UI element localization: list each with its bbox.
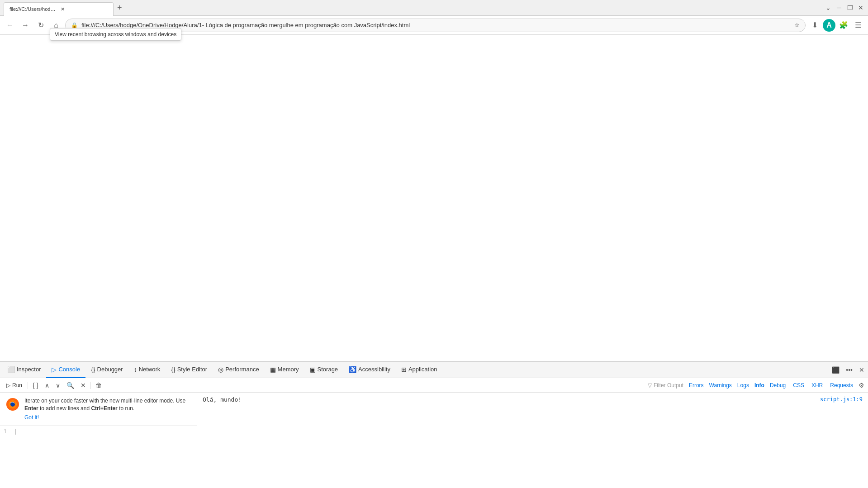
tab-debugger-label: Debugger	[97, 366, 123, 373]
back-button[interactable]: ←	[4, 19, 16, 32]
tab-memory[interactable]: ▦ Memory	[265, 362, 304, 378]
console-editor[interactable]: 1 |	[0, 426, 197, 488]
line-number: 1	[4, 428, 11, 485]
close-devtools-button[interactable]: ✕	[857, 365, 866, 375]
tab-performance-label: Performance	[225, 366, 259, 373]
css-filter[interactable]: CSS	[791, 382, 806, 389]
tab-application[interactable]: ⊞ Application	[396, 362, 443, 378]
run-icon: ▷	[6, 382, 10, 389]
format-button[interactable]: { }	[31, 381, 40, 390]
inspector-icon: ⬜	[7, 366, 15, 373]
application-icon: ⊞	[401, 366, 407, 373]
console-output-area: Olá, mundo! script.js:1:9	[197, 393, 868, 488]
run-button[interactable]: ▷ Run	[4, 381, 25, 389]
accessibility-icon: ♿	[349, 366, 356, 373]
performance-icon: ◎	[218, 366, 223, 373]
debug-filter[interactable]: Debug	[768, 382, 787, 389]
errors-filter[interactable]: Errors	[687, 382, 706, 389]
memory-icon: ▦	[270, 366, 276, 373]
forward-button[interactable]: →	[19, 19, 32, 32]
console-tip-content: Iterate on your code faster with the new…	[24, 397, 191, 421]
window-controls: ⌄ ─ ❐ ✕	[825, 4, 864, 11]
menu-icon[interactable]: ☰	[852, 19, 864, 32]
history-down-button[interactable]: ∨	[54, 381, 62, 390]
extensions-icon[interactable]: 🧩	[837, 19, 850, 32]
run-label: Run	[12, 382, 22, 389]
address-text: file:///C:/Users/hodge/OneDrive/Hodge/Al…	[81, 22, 791, 28]
network-icon: ↕	[134, 366, 137, 373]
responsive-design-button[interactable]: ⬛	[830, 365, 841, 375]
clear-button[interactable]: ✕	[79, 381, 88, 390]
tab-console[interactable]: ▷ Console	[46, 362, 85, 378]
browser-tab[interactable]: file:///C:/Users/hodge/OneDrive/Hodge/Al…	[4, 2, 114, 16]
tab-application-label: Application	[408, 366, 437, 373]
tab-inspector[interactable]: ⬜ Inspector	[2, 362, 46, 378]
tab-storage[interactable]: ▣ Storage	[304, 362, 344, 378]
titlebar: file:///C:/Users/hodge/OneDrive/Hodge/Al…	[0, 0, 868, 16]
pocket-icon[interactable]: ⬇	[808, 19, 821, 32]
trash-button[interactable]: 🗑	[94, 381, 104, 390]
restore-button[interactable]: ❐	[846, 4, 854, 11]
history-up-button[interactable]: ∧	[43, 381, 51, 390]
tab-console-label: Console	[58, 366, 80, 373]
console-output-line: Olá, mundo!	[203, 396, 863, 403]
tab-debugger[interactable]: {} Debugger	[85, 362, 128, 378]
navbar: ← → ↻ ⌂ View recent browsing across wind…	[0, 16, 868, 35]
filter-section: ▽ Filter Output Errors Warnings Logs Inf…	[648, 382, 864, 389]
chevron-down-icon[interactable]: ⌄	[825, 4, 832, 11]
browser-content	[0, 35, 868, 361]
got-it-button[interactable]: Got it!	[24, 414, 39, 421]
console-content: Iterate on your code faster with the new…	[0, 393, 868, 488]
tab-close-icon[interactable]: ✕	[61, 6, 108, 12]
search-button[interactable]: 🔍	[65, 381, 76, 390]
tooltip: View recent browsing across windows and …	[50, 28, 181, 41]
tab-storage-label: Storage	[318, 366, 338, 373]
close-button[interactable]: ✕	[857, 4, 864, 11]
enter-key-label: Enter	[24, 405, 38, 412]
info-filter[interactable]: Info	[753, 382, 766, 389]
refresh-button[interactable]: ↻	[34, 19, 47, 32]
filter-icon: ▽	[648, 382, 652, 389]
tab-style-editor-label: Style Editor	[177, 366, 207, 373]
account-icon[interactable]: A	[823, 19, 835, 32]
console-input-area: Iterate on your code faster with the new…	[0, 393, 197, 488]
settings-button[interactable]: ⚙	[859, 382, 864, 389]
separator2	[90, 382, 91, 389]
filter-input[interactable]: ▽ Filter Output	[648, 382, 683, 389]
ctrl-enter-label: Ctrl+Enter	[91, 405, 117, 412]
xhr-filter[interactable]: XHR	[810, 382, 825, 389]
logs-filter[interactable]: Logs	[735, 382, 751, 389]
filter-placeholder: Filter Output	[654, 382, 683, 389]
minimize-button[interactable]: ─	[835, 4, 843, 11]
devtools-tab-bar: ⬜ Inspector ▷ Console {} Debugger ↕ Netw…	[0, 362, 868, 378]
tab-title: file:///C:/Users/hodge/OneDrive/Hodge/Al…	[9, 6, 57, 12]
source-link[interactable]: script.js:1:9	[820, 396, 863, 403]
tab-accessibility-label: Accessibility	[358, 366, 390, 373]
lock-icon: 🔒	[71, 22, 78, 28]
tab-performance[interactable]: ◎ Performance	[213, 362, 264, 378]
console-tip-text: Iterate on your code faster with the new…	[24, 397, 191, 412]
separator	[28, 382, 28, 389]
devtools-actions: ⬛ ••• ✕	[830, 365, 866, 375]
home-button[interactable]: ⌂ View recent browsing across windows an…	[50, 19, 62, 32]
log-levels: Errors Warnings Logs Info Debug	[687, 382, 787, 389]
console-tip: Iterate on your code faster with the new…	[0, 393, 197, 426]
tab-accessibility[interactable]: ♿ Accessibility	[343, 362, 396, 378]
tab-network-label: Network	[139, 366, 161, 373]
bookmark-icon[interactable]: ☆	[794, 22, 800, 28]
style-editor-icon: {}	[171, 366, 175, 373]
tab-style-editor[interactable]: {} Style Editor	[166, 362, 213, 378]
console-icon: ▷	[52, 366, 57, 373]
console-toolbar: ▷ Run { } ∧ ∨ 🔍 ✕ 🗑 ▽ Filter Output Erro…	[0, 378, 868, 393]
tab-inspector-label: Inspector	[17, 366, 41, 373]
firefox-logo	[5, 397, 20, 412]
more-tools-button[interactable]: •••	[844, 365, 854, 375]
tab-memory-label: Memory	[278, 366, 299, 373]
requests-filter[interactable]: Requests	[828, 382, 855, 389]
warnings-filter[interactable]: Warnings	[707, 382, 734, 389]
cursor: |	[14, 428, 16, 485]
debugger-icon: {}	[91, 366, 95, 373]
new-tab-button[interactable]: +	[117, 3, 122, 13]
tab-network[interactable]: ↕ Network	[128, 362, 166, 378]
devtools-panel: ⬜ Inspector ▷ Console {} Debugger ↕ Netw…	[0, 361, 868, 488]
